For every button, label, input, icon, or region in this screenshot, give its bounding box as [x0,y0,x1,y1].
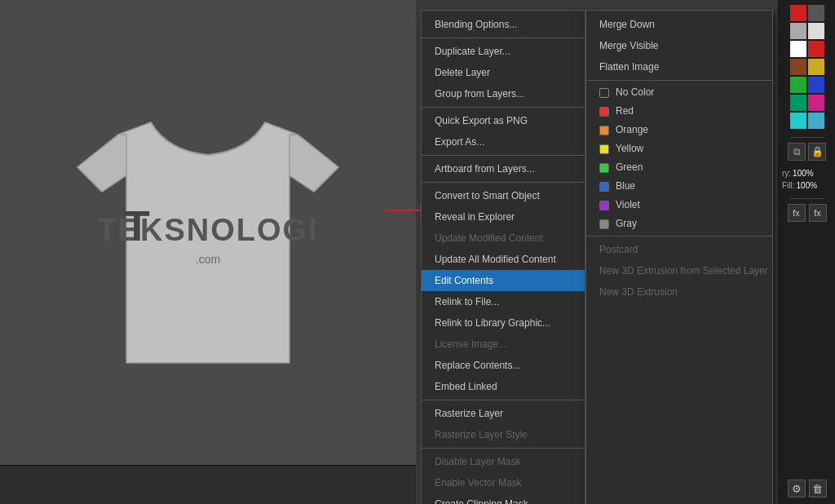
trash-icon[interactable]: 🗑 [809,480,827,497]
svg-text:T: T [124,202,150,250]
menu-separator-1 [422,38,585,38]
swatch-light-gray[interactable] [808,23,824,39]
right-panel: ⧉ 🔒 ry: 100% Fill: 100% fx fx ⚙ 🗑 [778,0,835,504]
menu-item-update-all-modified[interactable]: Update All Modified Content [422,249,585,270]
panel-divider [790,137,824,138]
panel-divider2 [790,198,824,199]
menu-item-convert-smart-object[interactable]: Convert to Smart Object [422,185,585,206]
menu-item-embed-linked[interactable]: Embed Linked [422,376,585,397]
submenu-item-orange[interactable]: Orange [586,121,772,139]
tshirt-container: TEKSNOLOGI .com T [37,33,379,432]
red-color-dot [599,107,609,117]
menu-item-replace-contents[interactable]: Replace Contents... [422,355,585,376]
swatch-green[interactable] [790,77,806,93]
menu-separator-2 [422,107,585,108]
orange-color-dot [599,126,609,135]
swatch-brown[interactable] [790,59,806,75]
opacity-value: 100% [793,169,814,178]
menu-item-relink-to-library[interactable]: Relink to Library Graphic... [422,312,585,334]
violet-color-dot [599,201,609,210]
context-menu-wrapper: Blending Options... Duplicate Layer... D… [421,10,773,504]
status-bar [0,465,416,504]
submenu-item-new-3d-selected: New 3D Extrusion from Selected Layer [586,260,772,281]
bottom-icon-row: fx fx [788,204,827,222]
submenu-item-gray[interactable]: Gray [586,214,772,233]
swatch-gold[interactable] [808,59,824,75]
swatch-pink[interactable] [808,95,824,111]
swatch-white[interactable] [790,41,806,57]
context-menu: Blending Options... Duplicate Layer... D… [421,10,585,504]
green-color-dot [599,163,609,173]
swatch-teal[interactable] [790,95,806,111]
fill-value: 100% [797,181,818,190]
submenu: Merge Down Merge Visible Flatten Image N… [585,10,773,504]
submenu-item-red[interactable]: Red [586,102,772,121]
menu-item-relink-to-file[interactable]: Relink to File... [422,291,585,312]
menu-item-disable-layer-mask: Disable Layer Mask [422,451,585,472]
bottom-controls: ⚙ 🗑 [788,480,827,497]
swatch-red2[interactable] [808,41,824,57]
canvas-area: TEKSNOLOGI .com T [0,0,416,465]
fill-row: Fill: 100% [782,181,832,190]
submenu-item-blue[interactable]: Blue [586,177,772,196]
menu-item-artboard[interactable]: Artboard from Layers... [422,158,585,179]
submenu-item-postcard: Postcard [586,239,772,260]
panel-icon-row: ⧉ 🔒 [788,143,826,161]
menu-item-update-modified: Update Modified Content [422,228,585,249]
submenu-item-merge-down[interactable]: Merge Down [586,14,772,35]
panel-icon-1[interactable]: ⧉ [788,143,806,161]
tshirt-image: TEKSNOLOGI .com T [53,61,363,404]
blue-color-dot [599,182,609,192]
fx-button[interactable]: fx [788,204,806,222]
panel-icon-2[interactable]: 🔒 [808,143,826,161]
opacity-label: ry: [782,169,791,178]
menu-item-quick-export[interactable]: Quick Export as PNG [422,110,585,131]
menu-item-enable-vector-mask: Enable Vector Mask [422,472,585,493]
panel-controls: ry: 100% Fill: 100% [779,166,835,193]
submenu-item-new-3d-extrusion: New 3D Extrusion [586,281,772,303]
menu-item-create-clipping-mask[interactable]: Create Clipping Mask [422,493,585,504]
swatch-mid-gray[interactable] [790,23,806,39]
submenu-item-green[interactable]: Green [586,158,772,177]
submenu-item-flatten-image[interactable]: Flatten Image [586,56,772,77]
submenu-item-merge-visible[interactable]: Merge Visible [586,35,772,56]
menu-item-delete-layer[interactable]: Delete Layer [422,62,585,83]
yellow-color-dot [599,144,609,154]
submenu-separator-1 [586,80,772,81]
gray-color-dot [599,219,609,229]
menu-item-duplicate-layer[interactable]: Duplicate Layer... [422,41,585,62]
menu-item-rasterize-layer[interactable]: Rasterize Layer [422,403,585,424]
menu-separator-4 [422,182,585,183]
menu-item-export-as[interactable]: Export As... [422,131,585,153]
submenu-separator-2 [586,236,772,237]
menu-item-edit-contents[interactable]: Edit Contents [422,270,585,291]
fx-button2[interactable]: fx [809,204,827,222]
submenu-item-violet[interactable]: Violet [586,196,772,214]
fill-label: Fill: [782,181,795,190]
menu-item-blending-options[interactable]: Blending Options... [422,14,585,35]
submenu-item-yellow[interactable]: Yellow [586,139,772,158]
submenu-item-no-color[interactable]: No Color [586,83,772,102]
menu-item-rasterize-layer-style: Rasterize Layer Style [422,424,585,445]
swatch-red[interactable] [790,5,806,21]
svg-text:.com: .com [196,253,220,266]
swatch-dark-gray[interactable] [808,5,824,21]
menu-separator-5 [422,400,585,400]
opacity-row: ry: 100% [782,169,832,178]
no-color-dot [599,88,609,98]
menu-item-reveal-in-explorer[interactable]: Reveal in Explorer [422,206,585,228]
swatch-blue[interactable] [808,77,824,93]
color-swatches-grid [790,5,824,129]
swatch-sky[interactable] [808,113,824,129]
menu-item-license-image: License Image... [422,334,585,355]
menu-separator-6 [422,448,585,449]
swatch-cyan[interactable] [790,113,806,129]
gear-icon[interactable]: ⚙ [788,480,806,497]
menu-separator-3 [422,155,585,156]
menu-item-group-from-layers[interactable]: Group from Layers... [422,83,585,104]
